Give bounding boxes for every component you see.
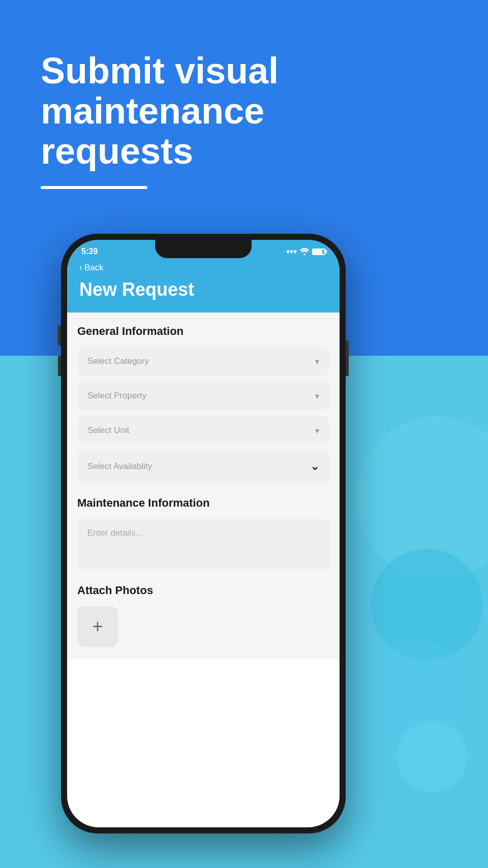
select-unit-arrow-icon: ▾	[315, 426, 319, 436]
wifi-icon: ▾▾▾	[286, 247, 297, 256]
status-icons: ▾▾▾	[286, 247, 325, 256]
decorative-circle-extra	[396, 722, 468, 793]
select-property-label: Select Property	[87, 391, 146, 401]
select-availability-dropdown[interactable]: Select Availablity ⌄	[77, 451, 329, 482]
wifi-signal-icon	[300, 248, 309, 255]
app-header: ‹ Back New Request	[67, 258, 340, 313]
battery-icon	[312, 249, 325, 255]
hero-underline	[41, 186, 147, 189]
svg-point-0	[303, 254, 306, 255]
status-time: 5:39	[81, 247, 98, 256]
select-property-arrow-icon: ▾	[315, 391, 319, 401]
select-property-dropdown[interactable]: Select Property ▾	[77, 382, 329, 410]
phone-screen: 5:39 ▾▾▾ ‹ Back	[67, 240, 340, 827]
hero-section: Submit visual maintenance requests	[41, 51, 325, 189]
select-availability-arrow-icon: ⌄	[310, 460, 319, 473]
select-availability-label: Select Availablity	[87, 461, 152, 472]
side-button-volume-down	[58, 356, 61, 376]
details-placeholder: Enter details...	[87, 528, 143, 538]
page-title: New Request	[79, 279, 327, 300]
side-button-volume-up	[58, 325, 61, 346]
select-category-dropdown[interactable]: Select Category ▾	[77, 347, 329, 376]
phone-outer: 5:39 ▾▾▾ ‹ Back	[61, 234, 346, 833]
select-category-label: Select Category	[87, 356, 149, 366]
attach-photo-button[interactable]: +	[77, 606, 118, 647]
select-unit-label: Select Unit	[87, 425, 129, 436]
details-textarea[interactable]: Enter details...	[77, 519, 329, 570]
phone-notch	[155, 240, 252, 258]
decorative-circle-small	[371, 640, 463, 732]
back-label: Back	[84, 263, 104, 273]
section-maintenance-info-title: Maintenance Information	[77, 497, 329, 510]
side-button-power	[346, 340, 349, 376]
section-general-info-title: General Information	[77, 325, 329, 338]
section-attach-photos-title: Attach Photos	[77, 584, 329, 597]
back-button[interactable]: ‹ Back	[79, 262, 327, 273]
select-unit-dropdown[interactable]: Select Unit ▾	[77, 416, 329, 445]
select-category-arrow-icon: ▾	[315, 357, 319, 366]
hero-title: Submit visual maintenance requests	[41, 51, 325, 172]
phone-mockup: 5:39 ▾▾▾ ‹ Back	[61, 234, 346, 833]
back-chevron-icon: ‹	[79, 262, 82, 273]
app-body: General Information Select Category ▾ Se…	[67, 313, 340, 659]
attach-plus-icon: +	[92, 617, 103, 636]
